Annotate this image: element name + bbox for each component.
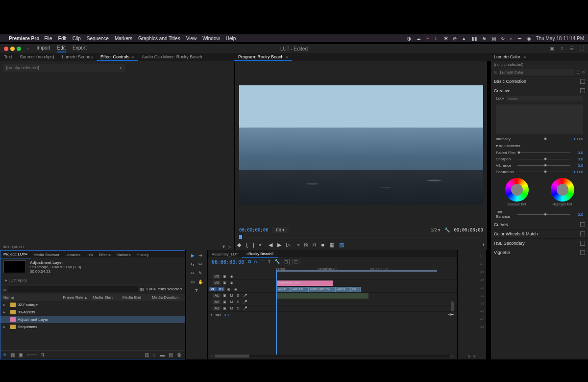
- menu-clip[interactable]: Clip: [73, 36, 81, 41]
- fit-dropdown[interactable]: Fit ▾: [272, 227, 289, 233]
- intensity-value[interactable]: 100.0: [572, 137, 583, 141]
- razor-tool[interactable]: ✂: [197, 261, 204, 268]
- compare-icon[interactable]: ▦: [329, 242, 334, 248]
- fullscreen-icon[interactable]: ⛶: [580, 46, 584, 51]
- tab-text[interactable]: Text: [0, 53, 16, 61]
- ripple-tool[interactable]: ⇆: [189, 261, 196, 268]
- menu-window[interactable]: Window: [202, 36, 220, 41]
- col-mediadur[interactable]: Media Duration: [152, 295, 182, 300]
- status-icon[interactable]: ☁: [416, 36, 421, 41]
- bin-icon[interactable]: ▥: [140, 287, 144, 292]
- fadedfilm-slider[interactable]: [517, 153, 570, 153]
- menu-markers[interactable]: Markers: [115, 36, 132, 41]
- find-icon[interactable]: ⌕: [153, 352, 156, 357]
- trash-icon[interactable]: 🗑: [177, 352, 182, 357]
- app-name[interactable]: Premiere Pro: [9, 36, 39, 41]
- tab-media-browser[interactable]: Media Browser: [30, 251, 62, 258]
- search-icon[interactable]: ⌕: [510, 36, 513, 41]
- col-framerate[interactable]: Frame Rate ▴: [63, 295, 93, 300]
- scroll-right[interactable]: ○: [451, 354, 454, 358]
- sharpen-slider[interactable]: [517, 159, 570, 159]
- video-preview[interactable]: [239, 85, 483, 204]
- cc-icon[interactable]: ⊡: [293, 259, 299, 265]
- reset-icon[interactable]: ↺: [582, 70, 585, 75]
- freeform-icon[interactable]: ▣: [19, 352, 23, 357]
- adjustments-label[interactable]: ▾ Adjustments: [496, 144, 520, 148]
- adjustment-clip[interactable]: Adjustment Layer: [276, 280, 333, 286]
- track-v2[interactable]: Adjustment Layer: [257, 280, 457, 286]
- tab-rocky-beach[interactable]: × Rocky Beach ≡: [242, 250, 277, 258]
- settings-icon[interactable]: ↯: [268, 259, 271, 265]
- window-minimize[interactable]: [10, 47, 15, 51]
- zoom-slider[interactable]: ○──: [27, 352, 37, 357]
- lumetri-title[interactable]: Lumetri Color: [494, 54, 520, 59]
- add-button-icon[interactable]: +: [482, 242, 485, 248]
- tab-effects[interactable]: Effects: [96, 251, 114, 258]
- section-creative[interactable]: Creative: [491, 86, 588, 95]
- project-filename[interactable]: LUT.prproj: [8, 278, 26, 282]
- search-icon[interactable]: ⌕: [3, 287, 6, 292]
- marker-icon[interactable]: ⌒: [260, 259, 265, 265]
- time-ruler[interactable]: 00;00 00;00;04;23 00;00;09;23: [208, 267, 457, 271]
- menu-icon[interactable]: ☰: [570, 46, 574, 51]
- bin-row[interactable]: ▸Sequences: [0, 323, 185, 331]
- export-frame-icon[interactable]: ■: [321, 242, 324, 248]
- sort-icon[interactable]: ⇅: [41, 352, 45, 357]
- hscroll-thumb[interactable]: [215, 355, 249, 357]
- menu-graphics[interactable]: Graphics and Titles: [138, 36, 180, 41]
- col-name[interactable]: Name: [3, 295, 63, 300]
- nav-import[interactable]: Import: [36, 45, 50, 52]
- linked-icon[interactable]: ∩: [254, 259, 257, 265]
- tab-history[interactable]: History: [134, 251, 152, 258]
- snap-icon[interactable]: ⧉: [248, 259, 251, 265]
- extract-icon[interactable]: ⎙: [313, 242, 316, 248]
- track-a2[interactable]: [257, 299, 457, 305]
- tab-project[interactable]: Project: LUT ≡: [0, 251, 30, 258]
- control-center-icon[interactable]: ☰: [517, 36, 522, 41]
- play-icon[interactable]: ▷: [228, 244, 231, 249]
- nav-edit[interactable]: Edit: [57, 45, 66, 52]
- wifi-icon[interactable]: ⚟: [482, 36, 487, 41]
- look-dropdown[interactable]: None: [506, 96, 583, 102]
- menu-sequence[interactable]: Sequence: [87, 36, 109, 41]
- tc-left[interactable]: 00;00;00;00: [239, 228, 269, 232]
- new-bin-icon[interactable]: ▥: [145, 352, 149, 357]
- playhead-line[interactable]: [276, 270, 277, 355]
- nav-export[interactable]: Export: [73, 45, 87, 52]
- menu-edit[interactable]: Edit: [58, 36, 66, 41]
- section-vignette[interactable]: Vignette: [491, 248, 588, 257]
- window-maximize[interactable]: [17, 47, 21, 51]
- status-icon[interactable]: ▤: [491, 36, 496, 41]
- tab-assembly[interactable]: Assembly_LUT: [208, 250, 242, 258]
- cc-icon[interactable]: ⊡: [283, 259, 290, 265]
- safe-margins-icon[interactable]: ▧: [339, 242, 344, 248]
- bluetooth-icon[interactable]: ✱: [444, 36, 448, 41]
- selection-tool[interactable]: ▶: [189, 252, 196, 259]
- pen-tool[interactable]: ✎: [197, 270, 204, 277]
- wrench-icon[interactable]: 🔧: [274, 259, 280, 265]
- list-view-icon[interactable]: ≡: [3, 352, 6, 357]
- scroll-left[interactable]: ○: [211, 354, 213, 358]
- status-icon[interactable]: ↻: [501, 36, 505, 41]
- resolution-dropdown[interactable]: 1/2 ▾: [431, 228, 441, 232]
- video-clip[interactable]: C0044.M: [290, 287, 309, 292]
- new-folder-icon[interactable]: ▬: [160, 352, 165, 357]
- video-clip[interactable]: C0044.: [276, 287, 290, 292]
- slip-tool[interactable]: ⇔: [189, 270, 196, 277]
- play-icon[interactable]: ▶: [277, 242, 281, 248]
- hand-tool[interactable]: ✋: [197, 279, 204, 285]
- share-icon[interactable]: ⇪: [560, 46, 564, 51]
- icon-view-icon[interactable]: ▦: [10, 352, 15, 357]
- track-a3[interactable]: [257, 306, 457, 311]
- new-item-icon[interactable]: ▤: [169, 352, 173, 357]
- section-colorwheels[interactable]: Color Wheels & Match: [491, 229, 588, 238]
- wrench-icon[interactable]: 🔧: [444, 228, 450, 232]
- saturation-slider[interactable]: [517, 172, 570, 172]
- track-v1[interactable]: C0044. C0044.M C0044.MP4 [V] C0044. C0: [257, 286, 457, 292]
- lift-icon[interactable]: ⎘: [304, 242, 308, 248]
- rect-tool[interactable]: ▭: [189, 279, 196, 285]
- tab-program[interactable]: Program: Rocky Beach≡: [234, 53, 292, 61]
- filter-icon[interactable]: ▼: [221, 244, 226, 249]
- col-mediastart[interactable]: Media Start: [93, 295, 122, 300]
- tintbalance-slider[interactable]: [517, 214, 570, 215]
